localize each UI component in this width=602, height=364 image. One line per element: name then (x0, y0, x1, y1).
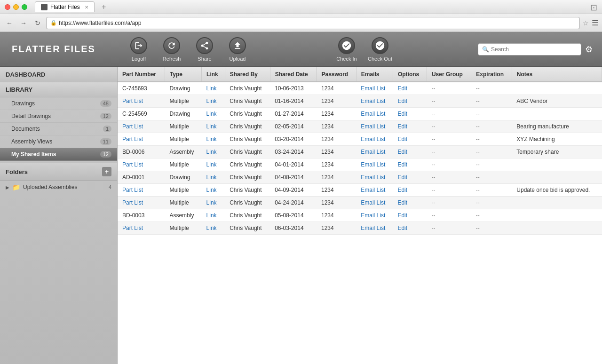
refresh-icon (163, 37, 180, 54)
cell-link[interactable]: Link (202, 222, 225, 235)
add-folder-button[interactable]: + (102, 167, 111, 176)
cell-user-group: -- (427, 222, 471, 235)
sidebar-item-my-shared-items[interactable]: My Shared Items 12 (0, 148, 117, 161)
cell-shared-by: Chris Vaught (225, 95, 270, 108)
cell-shared-by: Chris Vaught (225, 197, 270, 209)
sidebar-item-detail-drawings[interactable]: Detail Drawings 12 (0, 110, 117, 123)
cell-link[interactable]: Link (202, 197, 225, 209)
shared-items-table: Part Number Type Link Shared By Shared D… (118, 67, 602, 235)
cell-emails[interactable]: Email List (356, 82, 393, 95)
minimize-button[interactable] (13, 4, 19, 10)
cell-options[interactable]: Edit (393, 197, 427, 209)
cell-expiration: -- (471, 108, 512, 120)
cell-part-number[interactable]: Part List (118, 184, 165, 197)
sidebar-library[interactable]: LIBRARY (0, 82, 117, 97)
cell-options[interactable]: Edit (393, 209, 427, 222)
cell-link[interactable]: Link (202, 171, 225, 184)
cell-part-number[interactable]: Part List (118, 222, 165, 235)
folder-item-uploaded-assemblies[interactable]: ▶ 📁 Uploaded Assemblies 4 (0, 181, 117, 194)
cell-link[interactable]: Link (202, 120, 225, 133)
upload-button[interactable]: Upload (226, 37, 249, 62)
cell-link[interactable]: Link (202, 184, 225, 197)
col-header-link: Link (202, 67, 225, 82)
share-button[interactable]: Share (193, 37, 216, 62)
cell-link[interactable]: Link (202, 133, 225, 146)
cell-part-number[interactable]: Part List (118, 95, 165, 108)
browser-menu-icon[interactable]: ☰ (592, 18, 598, 27)
cell-link[interactable]: Link (202, 108, 225, 120)
cell-part-number[interactable]: Part List (118, 197, 165, 209)
cell-options[interactable]: Edit (393, 133, 427, 146)
cell-link[interactable]: Link (202, 95, 225, 108)
sidebar-item-drawings[interactable]: Drawings 48 (0, 97, 117, 110)
col-header-notes: Notes (512, 67, 602, 82)
back-button[interactable]: ← (4, 17, 15, 29)
cell-emails[interactable]: Email List (356, 158, 393, 171)
sidebar-item-documents[interactable]: Documents 1 (0, 123, 117, 135)
logoff-button[interactable]: Logoff (127, 37, 150, 62)
cell-options[interactable]: Edit (393, 171, 427, 184)
cell-emails[interactable]: Email List (356, 209, 393, 222)
cell-part-number[interactable]: Part List (118, 158, 165, 171)
cell-type: Multiple (165, 95, 201, 108)
checkout-button[interactable]: Check Out (368, 37, 392, 62)
cell-shared-by: Chris Vaught (225, 146, 270, 158)
cell-emails[interactable]: Email List (356, 146, 393, 158)
cell-emails[interactable]: Email List (356, 108, 393, 120)
settings-icon[interactable]: ⚙ (585, 44, 593, 55)
cell-options[interactable]: Edit (393, 95, 427, 108)
refresh-nav-button[interactable]: ↻ (32, 17, 43, 29)
cell-emails[interactable]: Email List (356, 95, 393, 108)
sidebar-dashboard[interactable]: DASHBOARD (0, 67, 117, 82)
cell-emails[interactable]: Email List (356, 120, 393, 133)
cell-shared-date: 03-20-2014 (270, 133, 317, 146)
cell-options[interactable]: Edit (393, 108, 427, 120)
cell-type: Multiple (165, 158, 201, 171)
cell-link[interactable]: Link (202, 82, 225, 95)
cell-link[interactable]: Link (202, 209, 225, 222)
cell-user-group: -- (427, 197, 471, 209)
cell-part-number: AD-0001 (118, 171, 165, 184)
cell-options[interactable]: Edit (393, 120, 427, 133)
ssl-icon: 🔒 (50, 20, 57, 26)
cell-options[interactable]: Edit (393, 222, 427, 235)
cell-password: 1234 (317, 158, 356, 171)
cell-notes: Update once bid is approved. (512, 184, 602, 197)
logoff-icon (130, 37, 147, 54)
cell-user-group: -- (427, 120, 471, 133)
cell-options[interactable]: Edit (393, 184, 427, 197)
new-tab-button[interactable]: + (98, 1, 110, 13)
cell-emails[interactable]: Email List (356, 197, 393, 209)
forward-button[interactable]: → (18, 17, 29, 29)
cell-user-group: -- (427, 158, 471, 171)
cell-emails[interactable]: Email List (356, 171, 393, 184)
cell-shared-date: 04-01-2014 (270, 158, 317, 171)
sidebar-item-assembly-views[interactable]: Assembly Views 11 (0, 135, 117, 148)
col-header-expiration: Expiration (471, 67, 512, 82)
cell-emails[interactable]: Email List (356, 184, 393, 197)
refresh-button[interactable]: Refresh (160, 37, 183, 62)
cell-link[interactable]: Link (202, 146, 225, 158)
cell-password: 1234 (317, 209, 356, 222)
cell-expiration: -- (471, 82, 512, 95)
cell-options[interactable]: Edit (393, 82, 427, 95)
checkin-label: Check In (336, 56, 356, 62)
cell-type: Multiple (165, 197, 201, 209)
cell-link[interactable]: Link (202, 158, 225, 171)
cell-emails[interactable]: Email List (356, 133, 393, 146)
url-bar[interactable]: https://www.flatterfiles.com/a/app (59, 20, 141, 26)
cell-options[interactable]: Edit (393, 146, 427, 158)
maximize-button[interactable] (22, 4, 27, 10)
checkin-button[interactable]: Check In (335, 37, 358, 62)
tab-close-button[interactable]: ✕ (85, 5, 88, 10)
cell-part-number[interactable]: Part List (118, 120, 165, 133)
cell-emails[interactable]: Email List (356, 222, 393, 235)
cell-password: 1234 (317, 171, 356, 184)
search-input[interactable] (491, 46, 576, 53)
cell-type: Multiple (165, 184, 201, 197)
close-button[interactable] (5, 4, 10, 10)
cell-part-number[interactable]: Part List (118, 133, 165, 146)
cell-options[interactable]: Edit (393, 158, 427, 171)
bookmark-icon[interactable]: ☆ (583, 19, 589, 27)
table-row: Part List Multiple Link Chris Vaught 01-… (118, 95, 602, 108)
